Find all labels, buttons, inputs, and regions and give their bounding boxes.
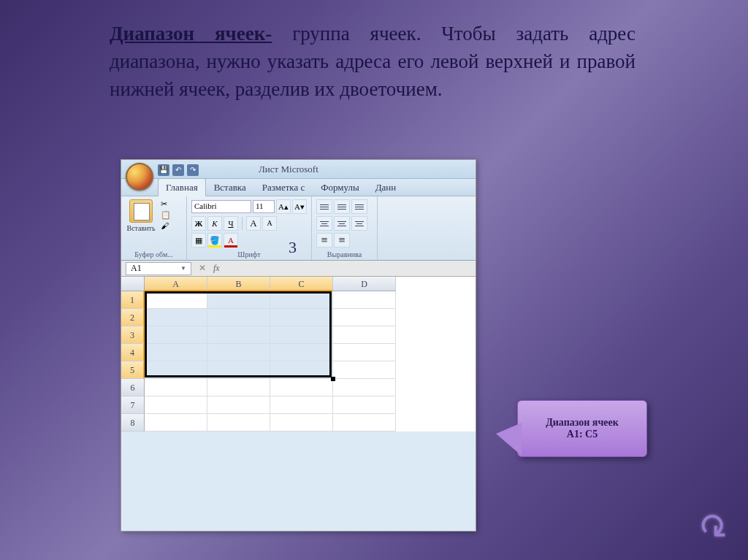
cell[interactable]	[270, 344, 333, 361]
font-color-button[interactable]: A	[224, 233, 238, 248]
col-header-b[interactable]: B	[207, 277, 270, 291]
grid-row: 1	[121, 291, 476, 309]
cell[interactable]	[333, 291, 396, 309]
separator	[242, 217, 243, 230]
cell[interactable]	[207, 379, 270, 396]
formula-bar: A1 ▼ ✕ fx	[121, 261, 476, 277]
cell[interactable]	[207, 326, 270, 344]
cell[interactable]	[207, 309, 270, 326]
save-icon[interactable]: 💾	[158, 164, 169, 176]
font-name-combo[interactable]: Calibri	[191, 200, 251, 213]
tab-home[interactable]: Главная	[158, 178, 206, 196]
cell[interactable]	[270, 291, 333, 309]
cell[interactable]	[145, 326, 207, 344]
cell[interactable]	[270, 361, 333, 379]
excel-window: 💾 ↶ ↷ Лист Microsoft Главная Вставка Раз…	[121, 159, 476, 532]
cell[interactable]	[145, 361, 207, 379]
row-header[interactable]: 5	[121, 361, 145, 379]
cell[interactable]	[333, 326, 396, 344]
cell[interactable]	[145, 344, 207, 361]
ribbon: Вставить ✂ 📋 🖌 Буфер обм... Calibri 11 A…	[121, 196, 476, 261]
cell[interactable]	[333, 396, 396, 414]
grow-font-button[interactable]: А	[246, 216, 261, 231]
shrink-font-icon[interactable]: A▾	[292, 199, 307, 214]
cell[interactable]	[145, 379, 207, 396]
row-header[interactable]: 2	[121, 309, 145, 326]
cell[interactable]	[145, 396, 207, 414]
selection-handle[interactable]	[331, 377, 335, 381]
cell[interactable]	[270, 396, 333, 414]
paste-button[interactable]: Вставить	[126, 199, 156, 232]
tab-layout[interactable]: Разметка с	[254, 178, 313, 196]
cell[interactable]	[333, 414, 396, 431]
align-center-icon[interactable]	[334, 216, 350, 231]
col-header-a[interactable]: A	[145, 277, 207, 291]
select-all-corner[interactable]	[121, 277, 145, 291]
cell[interactable]	[333, 309, 396, 326]
spreadsheet-grid[interactable]: A B C D 12345678	[121, 277, 476, 431]
cell[interactable]	[270, 379, 333, 396]
underline-button[interactable]: Ч	[224, 216, 238, 231]
grid-row: 6	[121, 379, 476, 396]
grow-font-icon[interactable]: A▴	[276, 199, 291, 214]
copy-icon[interactable]: 📋	[161, 210, 171, 220]
redo-icon[interactable]: ↷	[187, 164, 199, 176]
align-left-icon[interactable]	[316, 216, 332, 231]
tab-data[interactable]: Данн	[367, 178, 405, 196]
cell[interactable]	[207, 414, 270, 431]
align-group-label: Выравнива	[316, 250, 373, 258]
bold-button[interactable]: Ж	[191, 216, 206, 231]
cell[interactable]	[145, 291, 207, 309]
italic-button[interactable]: К	[207, 216, 222, 231]
cell[interactable]	[333, 344, 396, 361]
name-box[interactable]: A1 ▼	[126, 262, 191, 275]
decrease-indent-icon[interactable]: ≡	[316, 233, 332, 248]
undo-icon[interactable]: ↶	[172, 164, 184, 176]
shrink-font-button[interactable]: А	[262, 216, 277, 231]
grid-row: 2	[121, 309, 476, 326]
cell[interactable]	[270, 326, 333, 344]
grid-row: 7	[121, 396, 476, 414]
fx-label[interactable]: fx	[213, 263, 220, 274]
align-middle-icon[interactable]	[334, 199, 350, 214]
row-header[interactable]: 7	[121, 396, 145, 414]
cell[interactable]	[333, 379, 396, 396]
cut-icon[interactable]: ✂	[161, 199, 171, 209]
cell[interactable]	[207, 361, 270, 379]
cell[interactable]	[270, 309, 333, 326]
cell[interactable]	[145, 309, 207, 326]
clipboard-small-icons: ✂ 📋 🖌	[161, 199, 171, 232]
office-button[interactable]	[126, 163, 153, 191]
border-button[interactable]: ▦	[191, 233, 206, 248]
font-size-combo[interactable]: 11	[253, 200, 275, 213]
cell[interactable]	[333, 361, 396, 379]
row-header[interactable]: 6	[121, 379, 145, 396]
align-bottom-icon[interactable]	[351, 199, 367, 214]
fill-color-button[interactable]: 🪣	[207, 233, 222, 248]
cell[interactable]	[207, 291, 270, 309]
align-top-icon[interactable]	[316, 199, 332, 214]
row-header[interactable]: 3	[121, 326, 145, 344]
row-header[interactable]: 8	[121, 414, 145, 431]
back-arrow-button[interactable]: ↻	[688, 506, 728, 545]
increase-indent-icon[interactable]: ≡	[334, 233, 350, 248]
chevron-down-icon: ▼	[180, 265, 186, 272]
col-header-d[interactable]: D	[333, 277, 396, 291]
cell[interactable]	[207, 396, 270, 414]
row-header[interactable]: 4	[121, 344, 145, 361]
ribbon-tabs: Главная Вставка Разметка с Формулы Данн	[121, 179, 476, 196]
grid-row: 3	[121, 326, 476, 344]
overlay-number: 3	[289, 238, 297, 257]
cell[interactable]	[207, 344, 270, 361]
format-painter-icon[interactable]: 🖌	[161, 221, 171, 230]
align-right-icon[interactable]	[351, 216, 367, 231]
cell[interactable]	[270, 414, 333, 431]
cancel-icon[interactable]: ✕	[199, 263, 206, 274]
col-header-c[interactable]: C	[270, 277, 333, 291]
cell[interactable]	[145, 414, 207, 431]
row-header[interactable]: 1	[121, 291, 145, 309]
tab-formulas[interactable]: Формулы	[313, 178, 367, 196]
paste-label: Вставить	[126, 224, 155, 232]
grid-row: 4	[121, 344, 476, 361]
tab-insert[interactable]: Вставка	[206, 178, 254, 196]
